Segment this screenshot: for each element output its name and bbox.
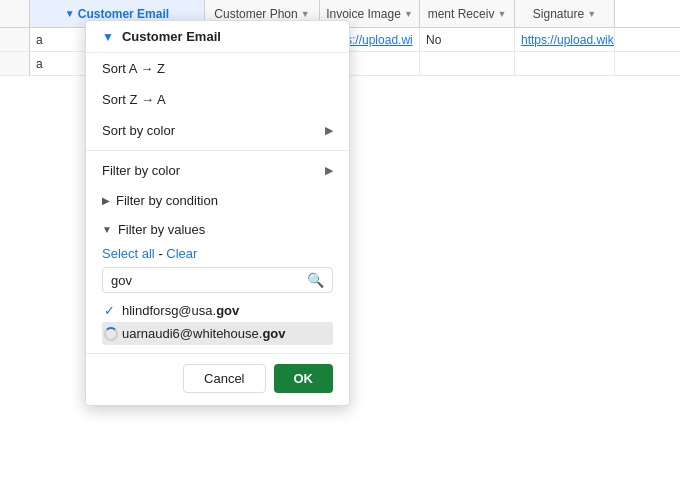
item-text-2: uarnaudi6@whitehouse.gov [122,326,286,341]
checkmark-icon-1: ✓ [104,303,122,318]
sort-z-a-item[interactable]: Sort Z → A [86,84,349,115]
cell-l-2 [420,52,515,75]
filter-by-color-label: Filter by color [102,163,180,178]
sort-by-color-item[interactable]: Sort by color ▶ [86,115,349,146]
filter-search-input[interactable] [111,273,307,288]
list-item[interactable]: uarnaudi6@whitehouse.gov [102,322,333,345]
filter-by-color-arrow: ▶ [325,164,333,177]
col-header-l: ment Receiv ▼ [420,0,515,27]
cell-l-1: No [420,28,515,51]
cancel-button[interactable]: Cancel [183,364,265,393]
filter-by-values-label: Filter by values [118,222,205,237]
filter-values-expand-icon: ▼ [102,224,112,235]
col-header-label-i: Customer Email [78,7,169,21]
col-header-label-k: Invoice Image [326,7,401,21]
col-header-label-m: Signature [533,7,584,21]
sort-a-z-label: Sort A → Z [102,61,165,76]
search-container: 🔍 [102,267,333,293]
cell-m-1: https://upload.wikimedia [515,28,615,51]
col-header-label-l: ment Receiv [428,7,495,21]
sort-by-color-label: Sort by color [102,123,175,138]
filter-by-condition-label: Filter by condition [116,193,218,208]
row-num-1 [0,28,30,51]
sort-icon-m: ▼ [587,9,596,19]
filter-by-color-item[interactable]: Filter by color ▶ [86,155,349,186]
filter-dropdown-menu: ▼ Customer Email Sort A → Z Sort Z → A S… [85,20,350,406]
bottom-buttons: Cancel OK [86,353,349,397]
menu-divider-1 [86,150,349,151]
clear-link[interactable]: Clear [166,246,197,261]
row-num-2 [0,52,30,75]
dropdown-header-label: Customer Email [122,29,221,44]
filter-by-condition-item[interactable]: ▶ Filter by condition [86,186,349,215]
sort-icon-l: ▼ [497,9,506,19]
sort-icon-k: ▼ [404,9,413,19]
header-filter-icon: ▼ [102,30,114,44]
dropdown-header: ▼ Customer Email [86,21,349,53]
col-header-label-j: Customer Phon [214,7,297,21]
filter-by-values-item[interactable]: ▼ Filter by values [86,215,349,244]
item-text-1: hlindforsg@usa.gov [122,303,239,318]
ok-button[interactable]: OK [274,364,334,393]
cell-m-2 [515,52,615,75]
list-item[interactable]: ✓ hlindforsg@usa.gov [102,299,333,322]
filter-values-section: Select all - Clear 🔍 ✓ hlindforsg@usa.go… [86,244,349,345]
checkbox-list: ✓ hlindforsg@usa.gov uarnaudi6@whitehous… [102,299,333,345]
select-all-link[interactable]: Select all [102,246,155,261]
filter-funnel-icon: ▼ [65,8,75,19]
row-num-header [0,0,30,27]
sort-icon-j: ▼ [301,9,310,19]
checkmark-spinner-2 [104,327,122,341]
loading-spinner [104,327,118,341]
search-icon: 🔍 [307,272,324,288]
col-header-m: Signature ▼ [515,0,615,27]
sort-a-z-item[interactable]: Sort A → Z [86,53,349,84]
filter-condition-expand-icon: ▶ [102,195,110,206]
sort-z-a-label: Sort Z → A [102,92,166,107]
sort-by-color-arrow: ▶ [325,124,333,137]
select-links: Select all - Clear [102,244,333,267]
